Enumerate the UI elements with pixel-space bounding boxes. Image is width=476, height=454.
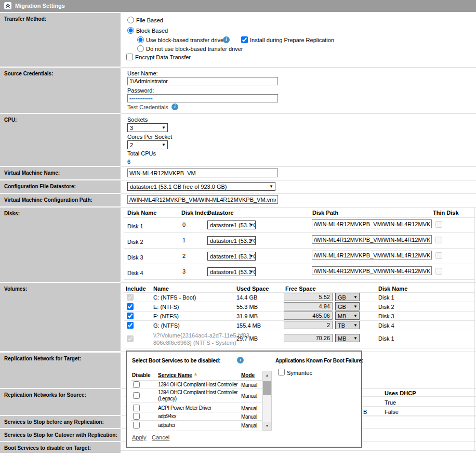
install-prepare-checkbox[interactable] [241, 36, 248, 43]
label-vm-name: Virtual Machine Name: [0, 167, 121, 179]
include-checkbox[interactable] [127, 335, 134, 342]
thin-disk-checkbox[interactable] [435, 221, 442, 228]
disk-path-input[interactable] [312, 235, 432, 244]
sockets-select[interactable]: 3▼ [127, 123, 168, 132]
thin-disk-checkbox[interactable] [435, 237, 442, 243]
vm-name-input[interactable] [127, 168, 278, 177]
scrollbar-thumb[interactable] [263, 381, 271, 395]
separator [121, 113, 476, 114]
separator [121, 282, 476, 283]
service-disable-checkbox[interactable] [133, 405, 140, 411]
include-checkbox[interactable] [127, 303, 134, 310]
volume-disk: Disk 1 [378, 294, 394, 301]
chevron-down-icon: ▼ [269, 184, 273, 189]
block-based-radio[interactable] [127, 27, 134, 34]
column-service-name[interactable]: Service Name [158, 372, 192, 379]
service-name: 1394 OHCI Compliant Host Controller [158, 382, 241, 388]
test-credentials-info-icon[interactable]: i [171, 103, 178, 110]
separator [121, 67, 476, 68]
apps-boot-failure-header: Applications Known For Boot Failure: [275, 357, 363, 364]
separator [121, 207, 476, 207]
disk-datastore-select[interactable]: datastore1 (53.1 GB free of 923.0 GB)▼ [207, 236, 256, 245]
chevron-down-icon: ▼ [353, 323, 358, 328]
password-input[interactable] [127, 94, 278, 102]
row-line [124, 232, 474, 233]
cancel-link[interactable]: Cancel [152, 434, 169, 440]
disk-row-name: Disk 2 [127, 239, 143, 245]
service-disable-checkbox[interactable] [133, 413, 140, 420]
chevron-down-icon: ▼ [249, 269, 254, 274]
free-space-unit-select[interactable]: GB▼ [335, 302, 360, 310]
vm-config-path-input[interactable] [127, 195, 278, 204]
boot-services-popup: Select Boot Services to be disabled: i A… [126, 351, 362, 448]
password-label: Password: [127, 87, 154, 94]
disk-datastore-select[interactable]: datastore1 (53.1 GB free of 923.0 GB)▼ [207, 267, 256, 276]
disk-datastore-select[interactable]: datastore1 (53.1 GB free of 923.0 GB)▼ [207, 252, 256, 261]
free-space-input[interactable] [284, 321, 333, 329]
label-transfer-method: Transfer Method: [0, 13, 121, 67]
column-mode[interactable]: Mode [241, 372, 255, 379]
free-space-input[interactable] [284, 302, 333, 310]
thin-disk-checkbox[interactable] [435, 268, 442, 275]
disk-row-index: 3 [182, 268, 186, 275]
free-space-input[interactable] [284, 312, 333, 320]
volumes-header-free: Free Space [285, 286, 316, 292]
no-driver-radio[interactable] [137, 45, 144, 52]
free-space-unit-select[interactable]: MB▼ [335, 334, 360, 342]
include-checkbox[interactable] [127, 294, 134, 301]
free-space-input[interactable] [284, 293, 333, 301]
separator [121, 180, 476, 180]
encrypt-checkbox[interactable] [126, 54, 133, 60]
user-name-input[interactable] [127, 77, 278, 85]
service-disable-checkbox[interactable] [133, 381, 140, 388]
scroll-up-icon[interactable]: ▲ [263, 371, 271, 380]
free-space-input[interactable] [284, 334, 333, 342]
services-scrollbar[interactable]: ▲ ▼ [262, 371, 272, 431]
service-disable-checkbox[interactable] [133, 422, 140, 429]
chevron-down-icon: ▼ [353, 336, 358, 341]
service-disable-checkbox[interactable] [133, 392, 140, 399]
separator [121, 193, 476, 194]
file-based-radio[interactable] [127, 17, 134, 23]
page-title: Migration Settings [15, 3, 65, 9]
encrypt-label: Encrypt Data Transfer [135, 54, 191, 61]
volumes-header-used: Used Space [236, 286, 269, 292]
free-space-unit-select[interactable]: MB▼ [335, 312, 360, 320]
include-checkbox[interactable] [127, 313, 134, 319]
sort-ascending-icon: ▲ [193, 371, 198, 378]
disk-path-input[interactable] [312, 219, 432, 228]
disks-header-path: Disk Path [312, 210, 338, 216]
label-cpu: CPU: [0, 114, 121, 166]
disk-row-name: Disk 4 [127, 270, 143, 277]
service-mode: Manual [241, 413, 257, 420]
label-boot-services-target: Boot Services to disable on Target: [0, 442, 121, 453]
section-header-bar: Migration Settings [0, 0, 476, 12]
uses-dhcp-value: False [385, 409, 399, 416]
thin-disk-checkbox[interactable] [435, 252, 442, 259]
table-left-border [124, 207, 124, 450]
service-mode: Manual [241, 405, 257, 412]
free-space-unit-select[interactable]: GB▼ [335, 293, 360, 301]
disk-path-input[interactable] [312, 251, 432, 260]
test-credentials-link[interactable]: Test Credentials [127, 104, 168, 110]
use-driver-info-icon[interactable]: i [223, 36, 230, 43]
config-datastore-select[interactable]: datastore1 (53.1 GB free of 923.0 GB)▼ [127, 182, 275, 191]
disk-path-input[interactable] [312, 266, 432, 275]
scroll-down-icon[interactable]: ▼ [263, 422, 271, 430]
row-line [124, 330, 474, 330]
popup-info-icon[interactable]: i [237, 357, 244, 364]
uses-dhcp-value: True [385, 399, 396, 406]
label-volumes: Volumes: [0, 283, 121, 351]
free-space-unit-select[interactable]: TB▼ [335, 321, 360, 329]
collapse-icon[interactable] [4, 2, 11, 9]
disk-datastore-select[interactable]: datastore1 (53.1 GB free of 923.0 GB)▼ [207, 220, 256, 229]
symantec-checkbox[interactable] [278, 369, 285, 375]
chevron-down-icon: ▼ [353, 314, 358, 318]
chevron-down-icon: ▼ [353, 304, 358, 309]
service-mode: Manual [241, 393, 257, 399]
cores-select[interactable]: 2▼ [127, 140, 168, 149]
label-replication-network-target: Replication Network for Target: [0, 353, 121, 388]
apply-link[interactable]: Apply [132, 434, 147, 440]
use-driver-radio[interactable] [137, 36, 144, 43]
include-checkbox[interactable] [127, 322, 134, 329]
